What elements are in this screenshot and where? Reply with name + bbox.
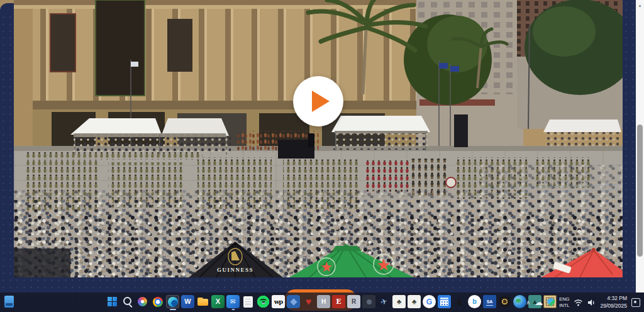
star-logo: ★	[320, 259, 333, 275]
taskbar-wapo-icon[interactable]: wp	[272, 295, 285, 308]
taskbar-spotify-icon[interactable]	[257, 295, 270, 308]
taskbar-sa-gov-icon[interactable]: SA	[483, 295, 496, 308]
tray-overflow-chevron-icon[interactable]: ∧	[526, 299, 531, 306]
security-shield-icon[interactable]	[547, 298, 555, 306]
taskbar-h-app-icon[interactable]: H	[317, 295, 330, 308]
language-line2: INTL	[559, 303, 569, 309]
taskbar-calendar-icon[interactable]	[438, 295, 451, 308]
taskbar-start-icon[interactable]	[106, 295, 119, 308]
taskbar-r-app-icon[interactable]: R	[347, 295, 360, 308]
scrollbar-thumb[interactable]	[637, 125, 643, 257]
star-logo: ★	[376, 255, 391, 274]
taskbar-word-icon[interactable]: W	[181, 295, 194, 308]
scrollbar-up-arrow[interactable]: ▲	[636, 0, 644, 10]
tray-time: 4:32 PM	[600, 295, 627, 302]
taskbar-edge-icon[interactable]	[166, 295, 179, 308]
taskbar-excel-icon[interactable]: X	[211, 295, 225, 308]
onedrive-cloud-icon[interactable]: ☁	[535, 298, 543, 306]
taskbar-chrome-icon[interactable]	[151, 295, 164, 308]
video-play-button[interactable]	[293, 76, 343, 126]
taskbar-blue-crest-icon[interactable]	[287, 295, 300, 308]
taskbar-earth-icon[interactable]	[513, 295, 526, 308]
taskbar-paper-plane-icon[interactable]: ✈	[377, 295, 391, 308]
taskbar-explorer-icon[interactable]	[196, 295, 209, 308]
taskbar-google-icon[interactable]: G	[423, 295, 436, 308]
system-tray: ∧ ☁ ENG INTL 4:32 PM 29/09/2025	[526, 292, 640, 312]
notification-center-icon[interactable]	[631, 298, 640, 307]
taskbar-notepad-icon[interactable]	[243, 296, 253, 308]
language-indicator[interactable]: ENG INTL	[559, 296, 569, 309]
taskbar-round-emblem-icon[interactable]	[498, 295, 511, 308]
video-scene: GUINNESS ★ ★	[14, 0, 623, 277]
taskbar-white-crest-2-icon[interactable]: ♣	[408, 295, 421, 308]
taskbar-app-icons: WX✉wp♥HER✈♣♣G♞bSA▲	[106, 295, 557, 308]
taskbar-widgets-icon[interactable]	[136, 295, 149, 308]
wifi-icon[interactable]	[574, 299, 583, 306]
hero-video[interactable]: GUINNESS ★ ★	[14, 0, 623, 277]
language-line1: ENG	[559, 296, 569, 303]
play-icon	[312, 91, 330, 112]
volume-icon[interactable]	[587, 299, 596, 306]
taskbar-dark-figure-icon[interactable]: ♞	[453, 295, 466, 308]
taskbar-outlook-icon[interactable]: ✉	[226, 295, 240, 308]
guinness-umbrella-label: GUINNESS	[217, 267, 253, 273]
taskbar-heart-icon[interactable]: ♥	[302, 295, 315, 308]
taskbar-pinned-doc-icon[interactable]	[4, 296, 14, 308]
taskbar-search-icon[interactable]	[121, 295, 134, 308]
taskbar-b-circle-icon[interactable]: b	[468, 295, 481, 308]
taskbar: WX✉wp♥HER✈♣♣G♞bSA▲ ∧ ☁ ENG INTL 4:32 PM …	[0, 292, 644, 312]
clock[interactable]: 4:32 PM 29/09/2025	[600, 295, 627, 309]
taskbar-dark-crest-icon[interactable]	[362, 295, 375, 308]
tray-date: 29/09/2025	[600, 303, 627, 309]
taskbar-e-app-icon[interactable]: E	[332, 295, 345, 308]
taskbar-white-crest-1-icon[interactable]: ♣	[392, 295, 406, 308]
page-scrollbar[interactable]: ▲	[636, 0, 644, 292]
navy-rounded-corner	[0, 3, 14, 16]
